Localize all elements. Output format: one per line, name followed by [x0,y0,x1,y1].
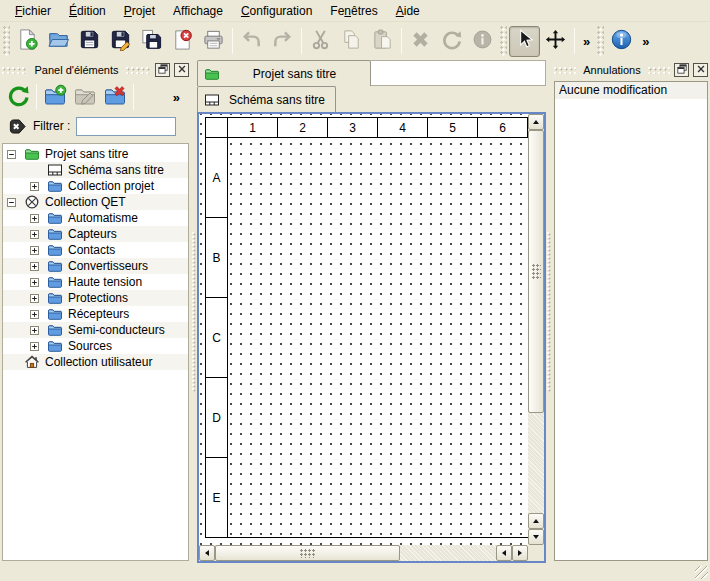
expander-icon[interactable] [30,326,39,335]
left-arrow-icon [502,550,506,556]
scrollbar-corner [528,545,544,561]
tree-item-collection-qet[interactable]: Collection QET [3,194,188,210]
tree-item-schema-sans-titre[interactable]: Schéma sans titre [3,162,188,178]
select-arrow-button[interactable] [509,26,540,57]
project-folder-icon [204,66,220,82]
tree-item-label: Sources [68,339,112,353]
new-category-button[interactable] [40,82,70,112]
new-document-button[interactable] [12,26,43,57]
toolbar-separator [401,28,402,54]
scroll-left-button[interactable] [199,545,215,561]
menu-fenetres[interactable]: Fenêtres [321,1,386,21]
resize-grip[interactable] [695,566,708,579]
print-button[interactable] [198,26,229,57]
dock-grip-texture[interactable] [2,67,27,74]
scroll-up-button[interactable] [528,114,544,130]
project-view: Projet sans titre Schéma sans titre 1234… [197,60,546,563]
about-info-button[interactable] [606,26,637,57]
toolbar-handle[interactable] [500,26,507,56]
filter-input[interactable] [76,117,176,136]
menu-edition[interactable]: Édition [60,1,115,21]
float-panel-button[interactable] [674,63,689,77]
save-as-button[interactable] [105,26,136,57]
menu-configuration[interactable]: Configuration [232,1,321,21]
tab-schema[interactable]: Schéma sans titre [197,86,336,112]
close-panel-button[interactable] [174,63,189,77]
horizontal-scroll-thumb[interactable] [215,545,400,561]
vertical-scroll-thumb[interactable] [528,130,544,413]
tab-project[interactable]: Projet sans titre [197,60,371,86]
expander-icon[interactable] [7,198,16,207]
expander-icon[interactable] [30,294,39,303]
cut-button [305,26,336,57]
toolbar-overflow-button[interactable]: » [637,34,654,49]
schema-page-frame: 123456 ABCDE [205,117,528,538]
menu-affichage[interactable]: Affichage [164,1,232,21]
close-panel-button[interactable] [693,63,708,77]
dock-grip-texture[interactable] [126,67,151,74]
tree-item-protections[interactable]: Protections [3,290,188,306]
reload-button[interactable] [3,82,33,112]
expander-icon[interactable] [30,182,39,191]
move-button[interactable] [540,26,571,57]
dock-grip-texture[interactable] [648,67,670,74]
status-bar [0,563,710,581]
elements-panel-toolbar: » [0,79,191,115]
toolbar-overflow-button[interactable]: » [578,34,595,49]
expander-icon[interactable] [30,278,39,287]
expander-icon[interactable] [30,214,39,223]
menu-aide[interactable]: Aide [387,1,429,21]
save-all-button[interactable] [136,26,167,57]
tree-item-contacts[interactable]: Contacts [3,242,188,258]
toolbar-overflow-button[interactable]: » [173,90,188,105]
expander-icon[interactable] [30,230,39,239]
open-project-icon [47,28,70,54]
schema-icon [204,92,220,108]
expander-icon[interactable] [7,150,16,159]
folder-icon [47,274,63,290]
tree-item-haute-tension[interactable]: Haute tension [3,274,188,290]
schema-canvas[interactable]: 123456 ABCDE [199,114,528,545]
expander-icon[interactable] [30,262,39,271]
tree-item-automatisme[interactable]: Automatisme [3,210,188,226]
open-project-button[interactable] [43,26,74,57]
tree-item-convertisseurs[interactable]: Convertisseurs [3,258,188,274]
row-header: D [205,377,228,458]
tree-item-recepteurs[interactable]: Récepteurs [3,306,188,322]
scroll-up-button-bottom[interactable] [528,513,544,529]
float-panel-button[interactable] [155,63,170,77]
undo-list-item[interactable]: Aucune modification [555,82,707,99]
tree-item-label: Capteurs [68,227,117,241]
scroll-down-button[interactable] [528,529,544,545]
vertical-scrollbar[interactable] [528,114,544,545]
tree-item-label: Semi-conducteurs [68,323,165,337]
select-arrow-icon [513,28,536,54]
menu-projet[interactable]: Projet [115,1,164,21]
undo-panel-titlebar: Annulations [552,60,710,79]
tree-item-capteurs[interactable]: Capteurs [3,226,188,242]
toolbar-handle[interactable] [597,26,604,56]
tree-item-semi-conducteurs[interactable]: Semi-conducteurs [3,322,188,338]
dock-grip-texture[interactable] [554,67,576,74]
expander-icon[interactable] [30,310,39,319]
menu-fichier[interactable]: Fichier [6,1,60,21]
element-info-icon [471,28,494,54]
tree-item-collection-projet[interactable]: Collection projet [3,178,188,194]
scroll-left-button-right[interactable] [496,545,512,561]
scroll-right-button[interactable] [512,545,528,561]
close-project-button[interactable] [167,26,198,57]
elements-panel: Panel d'éléments » Filtrer : Projet sans… [0,60,191,563]
expander-icon[interactable] [30,246,39,255]
delete-category-button[interactable] [100,82,130,112]
save-button[interactable] [74,26,105,57]
toolbar-handle[interactable] [3,26,10,56]
schema-editor-view[interactable]: 123456 ABCDE [197,112,546,563]
splitter-right[interactable] [546,60,552,563]
tree-item-collection-utilisateur[interactable]: Collection utilisateur [3,354,188,370]
expander-icon[interactable] [30,342,39,351]
folder-icon [47,322,63,338]
tree-item-sources[interactable]: Sources [3,338,188,354]
tree-item-projet-sans-titre[interactable]: Projet sans titre [3,146,188,162]
clear-filter-icon[interactable] [8,117,27,136]
horizontal-scrollbar[interactable] [199,545,528,561]
